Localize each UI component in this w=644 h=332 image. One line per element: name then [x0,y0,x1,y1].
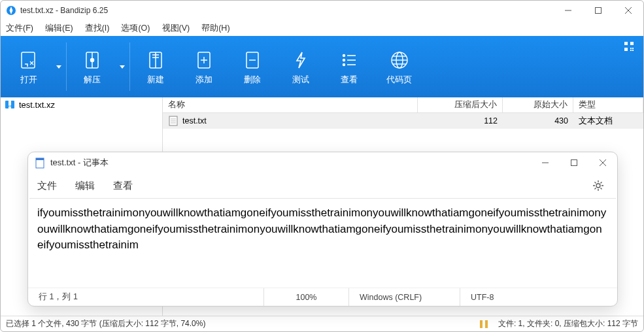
np-minimize-button[interactable] [531,152,560,173]
notepad-title: test.txt - 记事本 [50,157,531,169]
file-original: 430 [503,116,573,125]
notepad-status-bar: 行 1，列 1 100% Windows (CRLF) UTF-8 [28,288,617,306]
delete-button[interactable]: 删除 [228,36,277,97]
col-compressed[interactable]: 压缩后大小 [418,97,503,113]
np-status-eol: Windows (CRLF) [348,288,460,306]
extract-button[interactable]: 解压 [68,42,116,91]
np-maximize-button[interactable] [560,152,588,173]
np-menu-edit[interactable]: 编辑 [75,180,95,192]
menu-bar: 文件(F) 编辑(E) 查找(I) 选项(O) 视图(V) 帮助(H) [1,20,643,36]
tree-root-label: test.txt.xz [19,100,55,110]
svg-rect-35 [632,50,634,51]
archive-status-icon [479,319,489,329]
add-icon [193,49,215,71]
svg-rect-44 [483,320,485,328]
svg-rect-31 [624,48,628,51]
file-compressed: 112 [418,116,503,125]
extract-dropdown[interactable] [116,65,128,69]
file-type: 文本文档 [573,116,643,127]
col-original[interactable]: 原始大小 [503,97,573,113]
close-button[interactable] [613,1,643,20]
menu-options[interactable]: 选项(O) [121,23,150,34]
col-name[interactable]: 名称 [163,97,418,113]
extract-label: 解压 [84,74,101,86]
list-body: test.txt 112 430 文本文档 [163,113,643,129]
view-button[interactable]: 查看 [325,36,373,97]
menu-help[interactable]: 帮助(H) [201,23,229,34]
svg-text:xz: xz [8,104,12,108]
add-label: 添加 [195,74,212,86]
minimize-button[interactable] [553,1,583,20]
codepage-icon [388,49,411,71]
codepage-label: 代码页 [386,74,412,86]
svg-rect-30 [630,42,634,45]
file-name: test.txt [182,116,207,125]
open-button[interactable]: 打开 [5,42,53,91]
svg-rect-33 [632,48,634,49]
np-menu-view[interactable]: 查看 [113,180,133,192]
app-icon [6,5,16,16]
np-close-button[interactable] [588,152,617,173]
extract-icon [81,49,103,71]
notepad-text-area[interactable]: ifyoumissthetrainimonyouwillknowthatiamg… [28,199,617,288]
notepad-title-bar: test.txt - 记事本 [28,152,617,173]
codepage-button[interactable]: 代码页 [373,36,425,97]
np-status-cursor: 行 1，列 1 [28,288,263,306]
svg-point-22 [343,64,345,66]
svg-point-8 [91,59,94,62]
delete-label: 删除 [244,74,261,86]
open-icon [18,49,40,71]
svg-rect-2 [596,8,602,14]
file-icon [168,116,178,126]
view-label: 查看 [341,74,358,86]
open-label: 打开 [20,74,37,86]
new-label: 新建 [147,74,164,86]
svg-rect-32 [630,48,632,49]
notepad-window-controls [531,152,617,173]
options-icon[interactable] [624,41,634,52]
maximize-button[interactable] [583,1,613,20]
tree-root[interactable]: xz test.txt.xz [1,97,162,112]
new-button[interactable]: 新建 [131,36,180,97]
np-settings-button[interactable] [592,180,604,191]
notepad-menu: 文件 编辑 查看 [28,173,617,198]
svg-point-20 [343,59,345,61]
file-row[interactable]: test.txt 112 430 文本文档 [163,113,643,129]
toolbar: 打开 解压 新建 添加 删除 测试 [1,36,643,97]
toolbar-divider [66,42,67,91]
svg-rect-48 [571,160,577,166]
window-title: test.txt.xz - Bandizip 6.25 [20,6,553,15]
window-controls [553,1,643,20]
status-selection: 已选择 1 个文件, 430 字节 (压缩后大小: 112 字节, 74.0%) [6,318,469,329]
toolbar-divider [129,42,130,91]
svg-point-18 [343,55,345,57]
notepad-icon [35,157,45,169]
notepad-window: test.txt - 记事本 文件 编辑 查看 ifyoumissthetrai… [27,152,618,307]
svg-rect-46 [36,158,44,160]
svg-rect-29 [624,42,628,45]
open-dropdown[interactable] [53,65,65,69]
test-button[interactable]: 测试 [277,36,325,97]
np-menu-file[interactable]: 文件 [37,180,57,192]
title-bar: test.txt.xz - Bandizip 6.25 [1,1,643,20]
np-status-zoom: 100% [263,288,348,306]
menu-find[interactable]: 查找(I) [85,23,110,34]
menu-edit[interactable]: 编辑(E) [45,23,73,34]
col-type[interactable]: 类型 [573,97,643,113]
status-counts: 文件: 1, 文件夹: 0, 压缩包大小: 112 字节 [498,318,638,329]
svg-rect-5 [22,52,35,68]
test-label: 测试 [292,74,309,86]
test-icon [290,49,312,71]
menu-view[interactable]: 视图(V) [162,23,190,34]
svg-rect-34 [630,50,632,51]
list-header: 名称 压缩后大小 原始大小 类型 [163,97,643,113]
archive-icon: xz [5,99,15,110]
delete-icon [241,49,263,71]
svg-point-51 [596,184,600,188]
add-button[interactable]: 添加 [180,36,228,97]
menu-file[interactable]: 文件(F) [6,23,33,34]
view-icon [338,49,360,71]
new-icon [144,49,167,71]
np-status-encoding: UTF-8 [460,288,617,306]
status-bar: 已选择 1 个文件, 430 字节 (压缩后大小: 112 字节, 74.0%)… [1,316,643,331]
